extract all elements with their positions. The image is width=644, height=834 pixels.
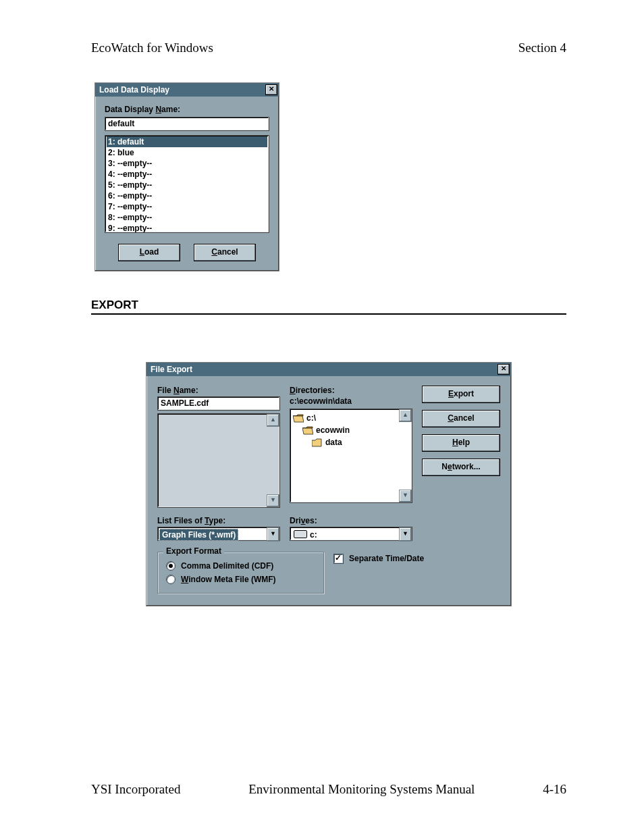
folder-closed-icon [312,438,323,447]
running-head-right: Section 4 [518,41,566,55]
dir-tree-label: data [325,438,342,447]
running-head-left: EcoWatch for Windows [91,41,213,55]
drive-icon [294,530,307,538]
drives-label: Drives: [290,516,412,525]
dir-tree-item[interactable]: ecowwin [293,424,410,436]
load-button[interactable]: Load [118,244,180,261]
chevron-down-icon[interactable]: ▼ [399,527,412,542]
scroll-down-icon[interactable]: ▼ [267,494,279,507]
export-format-group: Export Format Comma Delimited (CDF) Wind… [157,552,324,594]
folder-open-icon [293,414,304,423]
radio-label: Window Meta File (WMF) [181,575,276,584]
help-button[interactable]: Help [422,434,500,452]
dialog-title: Load Data Display [99,85,169,95]
radio-label: Comma Delimited (CDF) [181,561,273,571]
scroll-up-icon[interactable]: ▲ [399,409,412,422]
svg-marker-4 [312,439,321,446]
cancel-button[interactable]: Cancel [422,410,500,427]
dir-tree-item[interactable]: c:\ [293,412,410,424]
file-export-dialog: File Export ✕ File Name: SAMPLE.cdf ▲ ▼ [146,362,512,606]
footer-right: 4-16 [543,782,566,797]
checkbox-icon [333,554,344,564]
load-data-display-dialog: Load Data Display ✕ Data Display Name: d… [95,82,279,271]
list-item[interactable]: 4: --empty-- [107,169,267,180]
scroll-up-icon[interactable]: ▲ [267,414,279,427]
list-files-type-label: List Files of Type: [157,516,280,525]
dir-tree-label: ecowwin [316,425,350,435]
dir-tree-item[interactable]: data [293,436,410,448]
dialog-title: File Export [151,365,192,374]
folder-open-icon [302,426,313,435]
footer-center: Environmental Monitoring Systems Manual [248,782,475,797]
close-icon[interactable]: ✕ [498,364,510,375]
radio-icon [166,575,176,584]
cancel-button[interactable]: Cancel [194,244,256,261]
drives-value: c: [292,529,319,540]
group-legend: Export Format [163,546,224,556]
svg-marker-1 [293,416,304,422]
close-icon[interactable]: ✕ [265,84,277,95]
radio-cdf[interactable]: Comma Delimited (CDF) [166,559,315,573]
radio-icon [166,561,176,571]
titlebar: Load Data Display ✕ [95,83,279,97]
list-item[interactable]: 7: --empty-- [107,201,267,212]
chevron-down-icon[interactable]: ▼ [267,527,279,542]
section-heading: EXPORT [91,298,566,312]
data-display-name-label: Data Display Name: [105,105,269,114]
list-item[interactable]: 5: --empty-- [107,180,267,190]
section-rule [91,313,566,315]
separate-time-date-checkbox[interactable]: Separate Time/Date [333,552,500,565]
drives-combo[interactable]: c: ▼ [290,527,412,541]
data-display-name-field[interactable]: default [108,119,134,128]
directory-tree[interactable]: ▲ ▼ c:\ ecow [290,409,412,503]
list-item[interactable]: 3: --empty-- [107,158,267,169]
radio-wmf[interactable]: Window Meta File (WMF) [166,573,315,586]
scroll-down-icon[interactable]: ▼ [399,490,412,502]
export-button[interactable]: Export [422,386,500,403]
dir-tree-label: c:\ [306,413,316,423]
network-button[interactable]: Network... [422,459,500,476]
list-item[interactable]: 6: --empty-- [107,190,267,201]
directories-label: Directories: [290,386,412,395]
file-list[interactable]: ▲ ▼ [157,413,280,508]
list-item[interactable]: 9: --empty-- [107,223,267,233]
checkbox-label: Separate Time/Date [349,554,424,563]
list-item[interactable]: 8: --empty-- [107,212,267,223]
titlebar: File Export ✕ [146,363,511,376]
file-name-label: File Name: [157,386,280,395]
display-list[interactable]: 1: default 2: blue 3: --empty-- 4: --emp… [105,135,269,233]
footer-left: YSI Incorporated [91,782,180,797]
current-directory: c:\ecowwin\data [290,396,412,406]
list-item[interactable]: 1: default [107,136,267,147]
svg-marker-3 [302,428,313,434]
list-item[interactable]: 2: blue [107,147,267,158]
file-type-combo[interactable]: Graph Files (*.wmf) ▼ [157,527,280,541]
file-name-field[interactable]: SAMPLE.cdf [161,398,209,408]
file-type-value: Graph Files (*.wmf) [159,529,238,541]
